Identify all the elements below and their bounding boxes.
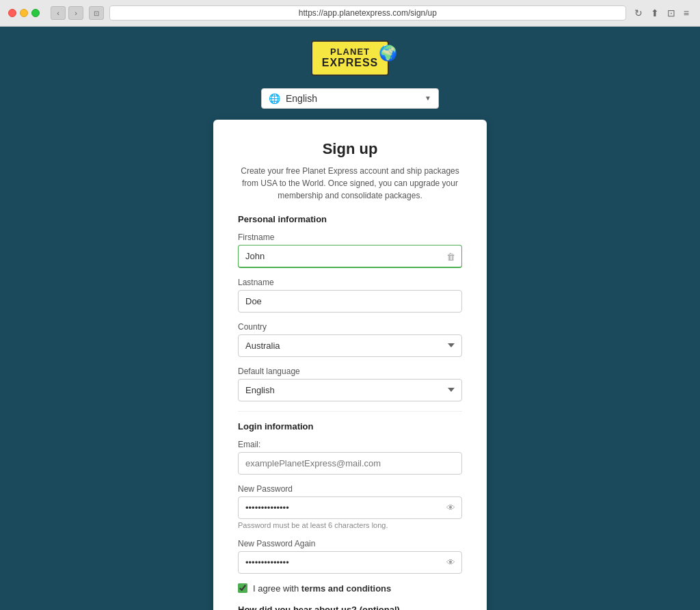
password-hint: Password must be at least 6 characters l… [238,521,462,529]
back-button[interactable]: ‹ [51,6,66,20]
forward-button[interactable]: › [68,6,83,20]
default-language-label: Default language [238,367,462,376]
lastname-label: Lastname [238,278,462,287]
country-group: Country Australia United States United K… [238,322,462,357]
firstname-input[interactable] [238,245,462,268]
page-content: PLANET EXPRESS 🌍 🌐 English Spanish Frenc… [0,27,700,610]
language-selector[interactable]: 🌐 English Spanish French German ▼ [261,88,439,109]
email-label: Email: [238,440,462,449]
signup-card: Sign up Create your free Planet Express … [213,120,487,610]
confirm-password-input[interactable] [238,551,462,574]
terms-label: I agree with terms and conditions [253,583,391,594]
brand-logo: PLANET EXPRESS 🌍 [311,40,390,76]
share-button[interactable]: ⬆ [648,6,662,20]
language-select[interactable]: English Spanish French German [286,93,419,104]
hear-about-title: How did you hear about us? (optional) [238,605,462,610]
page-title: Sign up [238,140,462,158]
firstname-clear-icon[interactable]: 🗑 [446,251,455,261]
browser-chrome: ‹ › ⊡ https://app.planetexpress.com/sign… [0,0,700,27]
email-input[interactable] [238,452,462,475]
firstname-label: Firstname [238,233,462,242]
signup-description: Create your free Planet Express account … [238,165,462,202]
firstname-input-container: 🗑 [238,245,462,268]
confirm-password-label: New Password Again [238,539,462,548]
email-group: Email: [238,440,462,475]
password-toggle-icon[interactable]: 👁 [446,503,455,513]
minimize-button[interactable] [20,9,28,17]
maximize-button[interactable] [31,9,40,17]
logo-text-express: EXPRESS [322,57,379,69]
section-divider [238,411,462,412]
login-section: Login information Email: New Password 👁 … [238,421,462,574]
new-password-label: New Password [238,484,462,494]
terms-link[interactable]: terms and conditions [301,583,391,594]
confirm-password-input-container: 👁 [238,551,462,574]
language-dropdown-arrow: ▼ [425,94,431,102]
bookmark-button[interactable]: ⊡ [664,6,678,20]
firstname-group: Firstname 🗑 [238,233,462,268]
refresh-button[interactable]: ↻ [632,6,645,20]
logo-container: PLANET EXPRESS 🌍 [311,40,390,76]
terms-checkbox-group: I agree with terms and conditions [238,583,462,594]
new-password-input-container: 👁 [238,496,462,519]
confirm-password-toggle-icon[interactable]: 👁 [446,557,455,568]
personal-section-title: Personal information [238,214,462,224]
lastname-input[interactable] [238,290,462,313]
hear-about-section: How did you hear about us? (optional) In… [238,605,462,610]
menu-button[interactable]: ≡ [681,6,692,20]
globe-icon: 🌐 [269,93,280,104]
default-language-group: Default language English Spanish French … [238,367,462,401]
language-selector-container: 🌐 English Spanish French German ▼ [261,88,439,109]
traffic-lights [8,9,40,17]
new-password-group: New Password 👁 Password must be at least… [238,484,462,529]
country-label: Country [238,322,462,332]
url-bar[interactable]: https://app.planetexpress.com/sign/up [109,5,626,21]
window-button[interactable]: ⊡ [89,6,104,20]
browser-actions: ↻ ⬆ ⊡ ≡ [632,6,692,20]
new-password-input[interactable] [238,496,462,519]
logo-globe-icon: 🌍 [379,44,397,62]
terms-checkbox[interactable] [238,583,247,593]
lastname-group: Lastname [238,278,462,313]
confirm-password-group: New Password Again 👁 [238,539,462,574]
nav-buttons: ‹ › [51,6,83,20]
default-language-select[interactable]: English Spanish French German [238,379,462,401]
logo-text-planet: PLANET [330,47,370,57]
close-button[interactable] [8,9,16,17]
country-select[interactable]: Australia United States United Kingdom C… [238,334,462,357]
login-section-title: Login information [238,421,462,432]
